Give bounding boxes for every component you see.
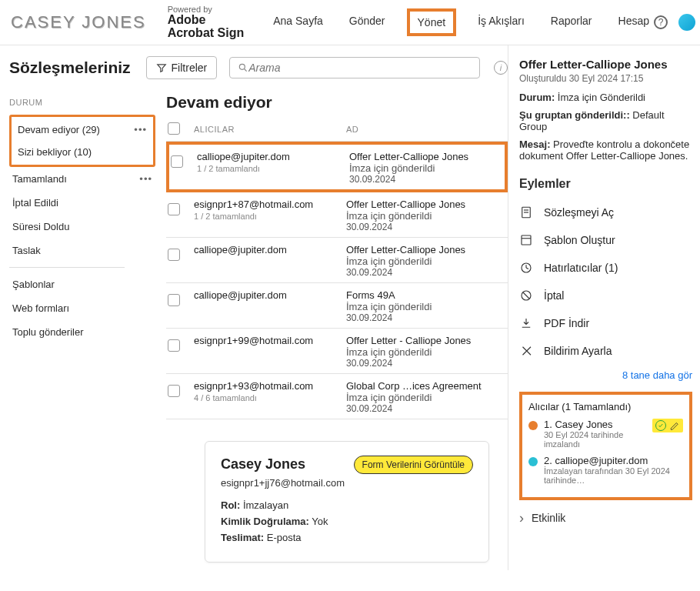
content-list: Devam ediyor ALICILAR AD calliope@jupite…: [155, 84, 508, 570]
status-dot-icon: [528, 421, 538, 430]
template-icon: [519, 233, 533, 247]
row-recipient: esignpr1+87@hotmail.com: [194, 199, 346, 210]
sidebar-item-label: Sizi bekliyor (10): [18, 146, 92, 158]
activity-toggle[interactable]: Etkinlik: [519, 511, 692, 525]
row-title: Offer Letter - Calliope Jones: [346, 335, 506, 346]
filter-icon: [156, 62, 167, 73]
row-checkbox[interactable]: [171, 155, 183, 168]
action-reminders[interactable]: Hatırlatıcılar (1): [519, 254, 692, 282]
action-label: PDF İndir: [544, 317, 589, 329]
rows-container: calliope@jupiter.dom 1 / 2 tamamlandı Of…: [166, 141, 508, 419]
row-recipient: calliope@jupiter.dom: [194, 244, 346, 255]
row-date: 30.09.2024: [349, 174, 503, 185]
action-cancel[interactable]: İptal: [519, 282, 692, 309]
sidebar-item-in-progress[interactable]: Devam ediyor (29) •••: [13, 119, 152, 141]
row-date: 30.09.2024: [346, 222, 506, 232]
nav-manage[interactable]: Yönet: [407, 8, 457, 36]
action-pdf[interactable]: PDF İndir: [519, 309, 692, 337]
more-icon[interactable]: •••: [134, 124, 147, 135]
info-icon[interactable]: i: [494, 61, 508, 75]
sidebar-item-label: İptal Edildi: [12, 197, 58, 209]
sidebar-item-webforms[interactable]: Web formları: [9, 296, 155, 320]
sidebar-item-templates[interactable]: Şablonlar: [9, 272, 155, 296]
document-icon: [519, 205, 533, 219]
svg-line-1: [245, 68, 247, 71]
status-dot-icon: [528, 457, 538, 466]
svg-line-9: [526, 268, 528, 269]
action-notify[interactable]: Bildirim Ayarla: [519, 337, 692, 365]
filter-label: Filtreler: [172, 62, 208, 74]
table-row[interactable]: calliope@jupiter.dom 1 / 2 tamamlandı Of…: [166, 142, 508, 192]
topbar-right: ?: [654, 14, 695, 31]
row-status: İmza için gönderildi: [346, 255, 506, 267]
col-name[interactable]: AD: [346, 125, 508, 134]
avatar[interactable]: [678, 14, 695, 31]
row-checkbox[interactable]: [168, 385, 180, 397]
sidebar-item-completed[interactable]: Tamamlandı •••: [9, 167, 155, 191]
select-all-checkbox[interactable]: [168, 122, 180, 135]
sidebar-item-label: Taslak: [12, 245, 41, 256]
search-icon: [238, 62, 248, 73]
rp-status-label: Durum:: [519, 92, 555, 103]
rp-message-row: Mesaj: Proveďte kontrolu a dokončete dok…: [519, 139, 692, 162]
more-icon[interactable]: •••: [139, 173, 152, 185]
recipient-row-2[interactable]: 2. calliope@jupiter.dom İmzalayan tarafı…: [528, 455, 683, 485]
title-row: Sözleşmeleriniz Filtreler i: [9, 56, 508, 79]
table-row[interactable]: esignpr1+87@hotmail.com 1 / 2 tamamlandı…: [166, 192, 508, 238]
role-label: Rol:: [221, 499, 240, 511]
nav-account[interactable]: Hesap: [614, 8, 654, 36]
row-checkbox[interactable]: [168, 249, 180, 261]
table-row[interactable]: calliope@jupiter.dom Offer Letter-Callio…: [166, 238, 508, 283]
row-checkbox[interactable]: [168, 339, 180, 352]
card-delivery: Teslimat: E-posta: [221, 532, 473, 543]
row-checkbox[interactable]: [168, 294, 180, 306]
row-status: İmza için gönderildi: [349, 162, 503, 174]
more-actions-link[interactable]: 8 tane daha gör: [519, 369, 692, 381]
recipients-heading: Alıcılar (1 Tamamlandı): [528, 401, 683, 412]
filters-button[interactable]: Filtreler: [146, 56, 218, 79]
card-role: Rol: İmzalayan: [221, 499, 473, 511]
nav-workflows[interactable]: İş Akışları: [473, 8, 529, 36]
row-date: 30.09.2024: [346, 267, 506, 278]
row-title: Forms 49A: [346, 289, 506, 301]
recipient-name: 1. Casey Jones: [544, 419, 646, 430]
nav-reports[interactable]: Raporlar: [546, 8, 597, 36]
table-row[interactable]: calliope@jupiter.dom Forms 49A İmza için…: [166, 283, 508, 329]
search-input[interactable]: [248, 62, 472, 74]
rp-title: Offer Letter-Calliope Jones: [519, 58, 692, 71]
svg-line-11: [523, 292, 529, 299]
download-icon: [519, 316, 533, 330]
sidebar-item-waiting-you[interactable]: Sizi bekliyor (10): [13, 141, 152, 163]
action-open[interactable]: Sözleşmeyi Aç: [519, 199, 692, 226]
recipient-info: 2. calliope@jupiter.dom İmzalayan tarafı…: [544, 455, 683, 485]
sidebar-durum-label: DURUM: [9, 98, 155, 107]
col-recipients[interactable]: ALICILAR: [194, 125, 346, 134]
recipient-name: 2. calliope@jupiter.dom: [544, 455, 683, 466]
nav-send[interactable]: Gönder: [345, 8, 390, 36]
row-date: 30.09.2024: [346, 358, 506, 369]
bell-icon: [519, 344, 533, 358]
sidebar-item-cancelled[interactable]: İptal Edildi: [9, 191, 155, 215]
help-icon[interactable]: ?: [654, 15, 668, 29]
sign-icon: [669, 420, 680, 431]
row-checkbox[interactable]: [168, 203, 180, 215]
page-title: Sözleşmeleriniz: [9, 58, 131, 77]
row-title: Offer Letter-Calliope Jones: [349, 151, 503, 162]
action-template[interactable]: Şablon Oluştur: [519, 226, 692, 254]
rp-created: Oluşturuldu 30 Eyl 2024 17:15: [519, 73, 692, 84]
sidebar-item-label: Süresi Doldu: [12, 221, 69, 232]
recipient-row-1[interactable]: 1. Casey Jones 30 Eyl 2024 tarihinde imz…: [528, 419, 683, 449]
card-email: esignpr1+jj76@hotmail.com: [221, 477, 473, 489]
table-row[interactable]: esignpr1+99@hotmail.com Offer Letter - C…: [166, 329, 508, 374]
row-title: Global Corp …ices Agreement: [346, 380, 506, 392]
clock-icon: [519, 261, 533, 275]
nav-home[interactable]: Ana Sayfa: [268, 8, 328, 36]
sidebar-item-expired[interactable]: Süresi Doldu: [9, 215, 155, 239]
view-form-data-button[interactable]: Form Verilerini Görüntüle: [354, 456, 473, 474]
sidebar-item-bulk[interactable]: Toplu gönderiler: [9, 320, 155, 344]
rp-status-value: İmza için Gönderildi: [558, 92, 645, 103]
search-wrap[interactable]: [229, 57, 480, 78]
table-row[interactable]: esignpr1+93@hotmail.com 4 / 6 tamamlandı…: [166, 374, 508, 419]
sidebar-item-label: Şablonlar: [12, 279, 55, 290]
sidebar-item-draft[interactable]: Taslak: [9, 239, 155, 262]
